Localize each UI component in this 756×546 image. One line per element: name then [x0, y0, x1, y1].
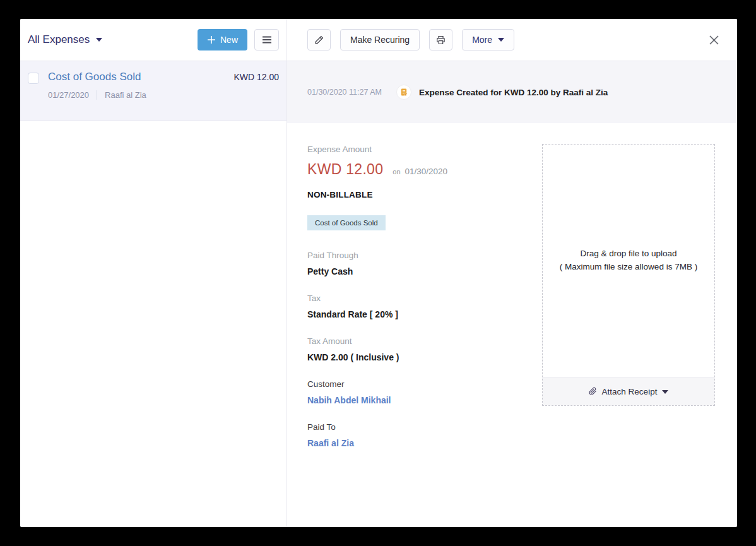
expense-amount-value: KWD 12.00: [307, 162, 383, 177]
chevron-down-icon: [662, 390, 668, 394]
expense-amount: KWD 12.00: [233, 72, 279, 82]
pencil-icon: [314, 35, 324, 45]
list-toolbar: All Expenses New: [20, 19, 286, 61]
hamburger-icon: [262, 36, 272, 44]
attach-receipt-button[interactable]: Attach Receipt: [543, 377, 714, 405]
list-actions: New: [198, 29, 279, 50]
history-strip: 01/30/2020 11:27 AM Expense Created for …: [287, 61, 737, 123]
row-content: Cost of Goods Sold KWD 12.00 01/27/2020 …: [48, 71, 279, 121]
paid-to-field: Paid To Raafi al Zia: [307, 422, 737, 448]
close-icon: [709, 35, 719, 45]
detail-body: Expense Amount KWD 12.00 on 01/30/2020 N…: [287, 123, 737, 527]
paid-to-link[interactable]: Raafi al Zia: [307, 438, 737, 448]
print-button[interactable]: [429, 29, 452, 50]
new-expense-button[interactable]: New: [198, 29, 247, 50]
chevron-down-icon: [498, 38, 504, 42]
detail-toolbar: Make Recuring More: [287, 19, 737, 61]
new-button-label: New: [220, 35, 238, 45]
page-title: All Expenses: [28, 33, 90, 46]
divider: [97, 90, 97, 100]
make-recurring-label: Make Recuring: [350, 35, 410, 45]
expense-detail-panel: Make Recuring More 01/30/2020: [287, 19, 737, 527]
expense-title-link[interactable]: Cost of Goods Sold: [48, 71, 141, 83]
receipt-upload-box: Drag & drop file to upload ( Maximum fil…: [542, 144, 715, 406]
edit-button[interactable]: [307, 29, 331, 50]
history-timestamp: 01/30/2020 11:27 AM: [307, 88, 396, 97]
on-label: on: [393, 168, 400, 175]
printer-icon: [435, 35, 446, 45]
paperclip-icon: [589, 387, 597, 396]
attach-receipt-label: Attach Receipt: [602, 387, 658, 396]
expense-list-panel: All Expenses New Cost of Goods Sol: [20, 19, 287, 527]
note-created-icon: [399, 88, 408, 97]
expense-list-item[interactable]: Cost of Goods Sold KWD 12.00 01/27/2020 …: [20, 61, 286, 121]
history-icon-circle: [396, 85, 411, 100]
expense-contact: Raafi al Zia: [105, 90, 146, 100]
close-detail-button[interactable]: [707, 33, 720, 46]
list-menu-button[interactable]: [254, 29, 279, 50]
row-checkbox[interactable]: [28, 73, 39, 84]
plus-icon: [207, 35, 216, 44]
make-recurring-button[interactable]: Make Recuring: [340, 29, 420, 50]
paid-to-label: Paid To: [307, 422, 737, 432]
expense-date-value: 01/30/2020: [405, 167, 448, 176]
max-size-text: ( Maximum file size allowed is 7MB ): [560, 261, 697, 274]
expense-filter-dropdown[interactable]: All Expenses: [28, 33, 102, 46]
more-button-label: More: [472, 35, 492, 45]
more-button[interactable]: More: [462, 29, 514, 50]
drag-drop-text: Drag & drop file to upload: [560, 247, 697, 261]
chevron-down-icon: [96, 38, 102, 42]
category-tag: Cost of Goods Sold: [307, 215, 386, 230]
expense-date: 01/27/2020: [48, 90, 89, 100]
drag-drop-zone[interactable]: Drag & drop file to upload ( Maximum fil…: [543, 145, 714, 377]
expenses-window: All Expenses New Cost of Goods Sol: [20, 19, 737, 527]
history-event-text: Expense Created for KWD 12.00 by Raafi a…: [419, 88, 608, 97]
